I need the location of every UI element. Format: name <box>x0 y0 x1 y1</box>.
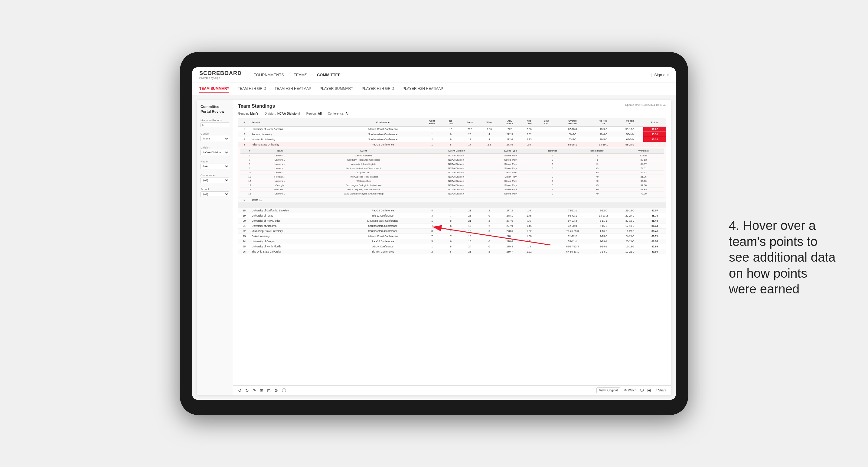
conf-rank-cell: 4 <box>422 208 442 213</box>
table-row-highlighted[interactable]: 4 Arizona State University Pac-12 Confer… <box>238 142 666 147</box>
min-rounds-input[interactable] <box>200 123 229 127</box>
expanded-table-row: 13 Georgia Ben Hogan Collegiate Invitati… <box>241 183 664 188</box>
points-cell[interactable]: 90.20 <box>643 137 666 142</box>
share-button[interactable]: ↗ Share <box>655 389 666 392</box>
points-cell[interactable]: 88.71 <box>643 234 666 239</box>
exp-team: Univers... <box>259 192 301 196</box>
points-cell[interactable]: 93.31 <box>643 132 666 137</box>
rank-cell: 24 <box>238 239 250 244</box>
wins-cell: 0 <box>480 244 499 249</box>
nav-tournaments[interactable]: TOURNAMENTS <box>254 71 284 78</box>
table-row[interactable]: 25 University of North Florida ASUN Conf… <box>238 244 666 249</box>
conf-rank-cell: 7 <box>422 223 442 229</box>
gap-row: ... <box>238 203 666 208</box>
table-row[interactable]: 3 Vanderbilt University Southeastern Con… <box>238 137 666 142</box>
no-tour-cell: 7 <box>442 234 460 239</box>
wins-cell: 0 <box>480 239 499 244</box>
overall-record-cell: 73-21-1 <box>555 208 590 213</box>
vs-top25-cell: 7-19-1 <box>590 239 617 244</box>
nav-teams[interactable]: TEAMS <box>294 71 307 78</box>
col-adj-score: Adj.Score <box>499 118 520 126</box>
conf-rank-cell: 5 <box>422 239 442 244</box>
rank-cell: 26 <box>238 249 250 254</box>
vs-top50-cell: 19-21-0 <box>617 249 643 254</box>
exp-event: Copper Cup <box>301 170 427 175</box>
conf-rank-cell: 8 <box>422 229 442 234</box>
refresh-icon[interactable]: ↷ <box>252 388 256 393</box>
points-cell[interactable]: 97.02 <box>643 126 666 132</box>
table-row[interactable]: 18 University of California, Berkeley Pa… <box>238 208 666 213</box>
rank-cell: 25 <box>238 244 250 249</box>
vs-top25-cell: 9-14-0 <box>590 249 617 254</box>
conf-rank-cell: 2 <box>422 137 442 142</box>
table-row[interactable]: 26 The Ohio State University Big Ten Con… <box>238 249 666 254</box>
standings-table: # School Conference ConfRank NoTour Bnds… <box>238 118 666 254</box>
adj-score-cell: 273.5 <box>499 142 520 147</box>
exp-rounds: 2 <box>534 170 571 175</box>
table-row[interactable]: 23 Duke University Atlantic Coast Confer… <box>238 234 666 239</box>
redo-icon[interactable]: ↻ <box>245 388 249 393</box>
table-row[interactable]: 2 Auburn University Southeastern Confere… <box>238 132 666 137</box>
col-conf-rank: ConfRank <box>422 118 442 126</box>
points-cell[interactable]: 79.5 <box>643 142 666 147</box>
points-cell[interactable]: 88.70 <box>643 213 666 218</box>
watch-button[interactable]: 👁 Watch <box>624 389 636 392</box>
conference-select[interactable]: (All) <box>200 178 229 183</box>
points-cell[interactable]: 80.94 <box>643 249 666 254</box>
zoom-icon[interactable]: ⊞ <box>260 388 264 393</box>
points-cell[interactable]: 88.43 <box>643 223 666 229</box>
conf-rank-cell: 1 <box>422 142 442 147</box>
exp-rank-impact: +0 <box>571 188 623 192</box>
adj-score-cell: 280.7 <box>499 249 520 254</box>
rank-cell: 21 <box>238 223 250 229</box>
subnav-team-h2h-grid[interactable]: TEAM H2H GRID <box>238 85 266 93</box>
subnav-player-h2h-heatmap[interactable]: PLAYER H2H HEATMAP <box>403 85 443 93</box>
conf-rank-cell: 3 <box>422 213 442 218</box>
points-cell[interactable]: 88.54 <box>643 239 666 244</box>
table-row[interactable]: 22 Mississippi State University Southeas… <box>238 229 666 234</box>
school-cell: Arizona State University <box>250 142 344 147</box>
conference-filter-value: All <box>345 112 349 115</box>
tablet-screen: SCOREBOARD Powered by clipp TOURNAMENTS … <box>192 67 676 400</box>
adj-score-cell: 278.6 <box>499 239 520 244</box>
subnav-player-h2h-grid[interactable]: PLAYER H2H GRID <box>362 85 394 93</box>
grid-icon[interactable]: ⊞ <box>647 387 651 393</box>
table-row[interactable]: 20 University of New Mexico Mountain Wes… <box>238 218 666 223</box>
table-row[interactable]: 5 Texas T... <box>238 197 666 203</box>
points-cell[interactable]: 83.89 <box>643 244 666 249</box>
gender-label: Gender <box>200 132 229 135</box>
view-original-button[interactable]: View: Original <box>596 387 621 393</box>
school-label: School <box>200 188 229 191</box>
table-row[interactable]: 21 University of Alabama Southeastern Co… <box>238 223 666 229</box>
rank-cell: 1 <box>238 126 250 132</box>
points-cell[interactable]: 83.07 <box>643 208 666 213</box>
info-icon[interactable]: ⓘ <box>282 388 286 393</box>
points-cell[interactable]: 88.49 <box>643 218 666 223</box>
school-cell: Duke University <box>250 234 344 239</box>
crop-icon[interactable]: ⊡ <box>267 388 271 393</box>
undo-icon[interactable]: ↺ <box>238 388 242 393</box>
table-row[interactable]: 24 University of Oregon Pac-12 Conferenc… <box>238 239 666 244</box>
low-ovl-cell <box>538 223 555 229</box>
comment-button[interactable]: 💬 <box>640 389 644 392</box>
subnav-team-h2h-heatmap[interactable]: TEAM H2H HEATMAP <box>275 85 311 93</box>
sign-out-link[interactable]: Sign out <box>654 72 669 77</box>
points-cell[interactable]: 83.41 <box>643 229 666 234</box>
exp-points: 42.73 <box>623 170 664 175</box>
exp-num: 15 <box>241 192 259 196</box>
table-row[interactable]: 19 University of Texas Big 12 Conference… <box>238 213 666 218</box>
school-cell: The Ohio State University <box>250 249 344 254</box>
school-select[interactable]: (All) <box>200 191 229 197</box>
region-select[interactable]: N/A All <box>200 164 229 169</box>
division-select[interactable]: NCAA Division I NCAA Division II NCAA Di… <box>200 150 229 155</box>
exp-team: Georgia <box>259 183 301 188</box>
expanded-table-row: 9 Univers... National Invitational Tourn… <box>241 166 664 170</box>
settings-icon[interactable]: ⚙ <box>274 388 278 393</box>
gender-select[interactable]: Men's Women's <box>200 136 229 141</box>
table-row[interactable]: 1 University of North Carolina Atlantic … <box>238 126 666 132</box>
exp-rounds: 3 <box>534 166 571 170</box>
nav-committee[interactable]: COMMITTEE <box>317 71 341 78</box>
subnav-team-summary[interactable]: TEAM SUMMARY <box>199 85 229 93</box>
school-cell: Texas T... <box>250 197 344 203</box>
subnav-player-summary[interactable]: PLAYER SUMMARY <box>320 85 353 93</box>
